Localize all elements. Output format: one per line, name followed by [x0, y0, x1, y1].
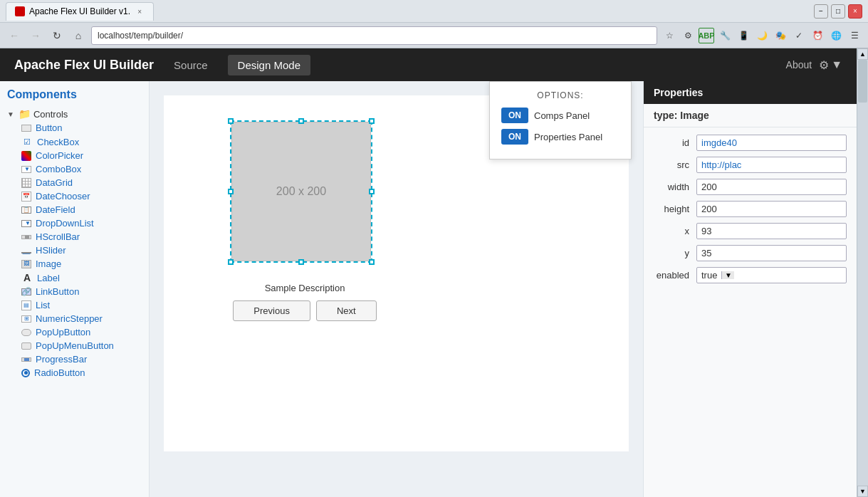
bookmark-icon[interactable]: ☆	[662, 28, 677, 43]
comps-panel-toggle[interactable]: ON	[501, 108, 528, 123]
extension7-icon[interactable]: 🌐	[828, 28, 844, 43]
extension2-icon[interactable]: 📱	[736, 28, 751, 43]
handle-top-left[interactable]	[228, 118, 234, 124]
previous-btn[interactable]: Previous	[233, 300, 310, 321]
app-title: Apache Flex UI Builder	[14, 58, 154, 73]
handle-top-right[interactable]	[369, 118, 375, 124]
image-widget[interactable]: 200 x 200	[230, 120, 372, 263]
address-text: localhost/temp/builder/	[98, 31, 183, 41]
sidebar-item-label: Button	[36, 122, 63, 133]
prop-enabled-select[interactable]: true ▼	[696, 267, 847, 283]
scrollbar-track[interactable]	[857, 60, 868, 486]
sidebar-item-combobox[interactable]: ▼ ComboBox	[7, 162, 142, 176]
extension6-icon[interactable]: ⏰	[810, 28, 825, 43]
sidebar-item-image[interactable]: 🖼 Image	[7, 257, 142, 271]
tree-toggle-icon: ▼	[7, 110, 14, 118]
properties-panel: Properties type: Image id imgde40 src ht…	[643, 81, 857, 497]
window-close-btn[interactable]: ×	[848, 4, 862, 19]
sidebar-item-label: CheckBox	[37, 137, 79, 147]
image-size-label: 200 x 200	[276, 185, 326, 198]
handle-top-center[interactable]	[298, 118, 304, 124]
prop-value-id[interactable]: imgde40	[696, 135, 847, 151]
prop-label-width: width	[654, 182, 696, 192]
checkbox-comp-icon: ☑	[21, 136, 33, 147]
sidebar-item-colorpicker[interactable]: ColorPicker	[7, 149, 142, 162]
sidebar-item-label: DropDownList	[36, 218, 94, 229]
sidebar-item-popupmenubutton[interactable]: PopUpMenuButton	[7, 339, 142, 352]
scrollbar[interactable]: ▲ ▼	[857, 48, 868, 497]
sidebar-item-hslider[interactable]: — HSlider	[7, 244, 142, 257]
image-comp-icon: 🖼	[21, 260, 31, 268]
next-btn[interactable]: Next	[316, 300, 377, 321]
reload-btn[interactable]: ↻	[48, 27, 66, 44]
comps-panel-label: Comps Panel	[534, 110, 590, 121]
menu-icon[interactable]: ☰	[847, 28, 862, 43]
popupmenubutton-comp-icon	[21, 342, 31, 350]
sidebar-item-label: ComboBox	[36, 164, 81, 174]
prop-value-width[interactable]: 200	[696, 179, 847, 195]
sidebar-item-numericstepper[interactable]: ⊞ NumericStepper	[7, 312, 142, 325]
datefield-comp-icon: 📋	[21, 206, 31, 214]
sidebar-item-progressbar[interactable]: ProgressBar	[7, 352, 142, 366]
sidebar-item-datechooser[interactable]: 📅 DateChooser	[7, 189, 142, 203]
handle-bottom-right[interactable]	[369, 259, 375, 265]
sidebar-item-label[interactable]: A Label	[7, 271, 142, 285]
handle-middle-left[interactable]	[228, 189, 234, 194]
nav-source[interactable]: Source	[168, 56, 214, 74]
sidebar-item-label: ProgressBar	[36, 354, 87, 365]
sidebar-item-datefield[interactable]: 📋 DateField	[7, 203, 142, 216]
sidebar-item-hscrollbar[interactable]: HScrollBar	[7, 230, 142, 244]
prop-value-y[interactable]: 35	[696, 245, 847, 261]
sidebar-item-linkbutton[interactable]: 🔗 LinkButton	[7, 285, 142, 298]
about-btn[interactable]: About	[786, 59, 812, 70]
props-panel-toggle[interactable]: ON	[501, 129, 528, 145]
extension1-icon[interactable]: 🔧	[717, 28, 733, 43]
sidebar-item-label: PopUpButton	[36, 327, 90, 338]
settings-browser-icon[interactable]: ⚙	[680, 28, 696, 43]
prop-select-arrow-icon[interactable]: ▼	[721, 271, 734, 279]
sidebar-item-dropdownlist[interactable]: ▼ DropDownList	[7, 216, 142, 230]
sidebar-item-checkbox[interactable]: ☑ CheckBox	[7, 135, 142, 149]
hscrollbar-comp-icon	[21, 235, 31, 239]
sidebar-item-list[interactable]: ▤ List	[7, 298, 142, 312]
scrollbar-thumb[interactable]	[858, 60, 867, 103]
forward-btn[interactable]: →	[27, 27, 44, 44]
prop-enabled-value: true	[697, 268, 721, 283]
prop-value-height[interactable]: 200	[696, 201, 847, 217]
window-maximize-btn[interactable]: □	[831, 4, 845, 19]
sidebar-group-controls[interactable]: ▼ 📁 Controls	[7, 107, 142, 121]
tab-close-btn[interactable]: ×	[135, 6, 145, 16]
handle-middle-right[interactable]	[369, 189, 375, 194]
extension3-icon[interactable]: 🌙	[754, 28, 770, 43]
handle-bottom-left[interactable]	[228, 259, 234, 265]
extension4-icon[interactable]: 🎭	[773, 28, 788, 43]
handle-bottom-center[interactable]	[298, 259, 304, 265]
address-bar[interactable]: localhost/temp/builder/	[91, 26, 657, 45]
window-minimize-btn[interactable]: −	[814, 4, 828, 19]
combobox-comp-icon: ▼	[21, 166, 31, 173]
label-comp-icon: A	[21, 272, 33, 283]
nav-design[interactable]: Design Mode	[228, 55, 310, 75]
tab-favicon	[15, 6, 25, 16]
canvas-area: OPTIONS: ON Comps Panel ON Properties Pa…	[150, 81, 643, 497]
prop-value-src[interactable]: http://plac	[696, 157, 847, 173]
sidebar-item-label: List	[36, 300, 50, 310]
adblock-icon[interactable]: ABP	[699, 28, 714, 43]
sidebar-item-button[interactable]: Button	[7, 121, 142, 135]
image-placeholder: 200 x 200	[231, 122, 371, 261]
tab-title: Apache Flex UI Builder v1.	[29, 6, 130, 16]
list-comp-icon: ▤	[21, 300, 31, 310]
back-btn[interactable]: ←	[6, 27, 23, 44]
home-btn[interactable]: ⌂	[70, 27, 87, 44]
scroll-down-btn[interactable]: ▼	[857, 486, 868, 497]
properties-type: type: Image	[644, 104, 857, 127]
sidebar-item-radiobutton[interactable]: RadioButton	[7, 366, 142, 380]
prop-value-x[interactable]: 93	[696, 223, 847, 239]
app-settings-btn[interactable]: ⚙ ▼	[819, 58, 842, 72]
sidebar-item-popupbutton[interactable]: PopUpButton	[7, 325, 142, 339]
browser-tab[interactable]: Apache Flex UI Builder v1. ×	[6, 2, 154, 21]
sidebar-item-label: DateField	[36, 204, 75, 215]
extension5-icon[interactable]: ✓	[791, 28, 807, 43]
sidebar-item-datagrid[interactable]: DataGrid	[7, 176, 142, 189]
scroll-up-btn[interactable]: ▲	[857, 48, 868, 60]
